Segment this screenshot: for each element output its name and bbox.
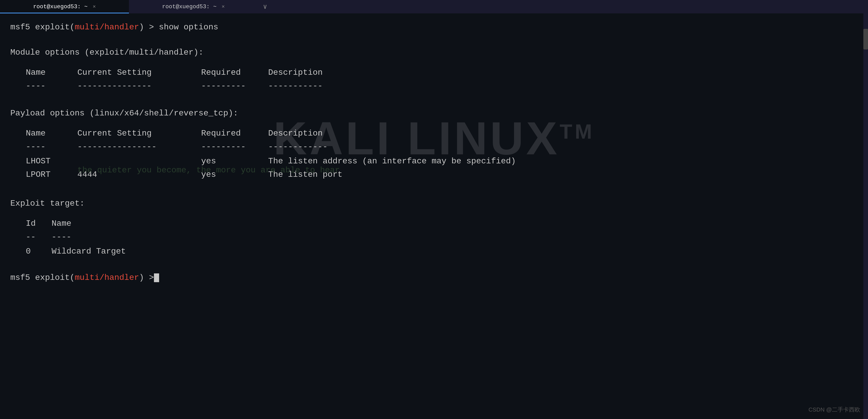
prompt-prefix-1: msf5 exploit(	[10, 21, 75, 33]
module-table-separator: ---- --------------- --------- ---------…	[26, 80, 858, 92]
payload-sep-current: ----------------	[78, 141, 201, 153]
payload-table-header: Name Current Setting Required Descriptio…	[26, 127, 858, 140]
module-options-header: Module options (exploit/multi/handler):	[10, 46, 858, 59]
titlebar: root@xuegod53: ~ × root@xuegod53: ~ × ∨	[0, 0, 868, 13]
module-sep-name: ----	[26, 80, 78, 92]
terminal-content: msf5 exploit(multi/handler) > show optio…	[0, 13, 868, 419]
lhost-desc: The listen address (an interface may be …	[268, 155, 858, 167]
payload-col-current-header: Current Setting	[78, 127, 201, 140]
exploit-col-id-header: Id	[26, 218, 52, 230]
scrollbar[interactable]	[863, 13, 868, 419]
cursor	[154, 273, 159, 282]
payload-row-lport: LPORT 4444 yes The listen port	[26, 168, 858, 181]
payload-table-separator: ---- ---------------- --------- --------…	[26, 141, 858, 153]
lport-name: LPORT	[26, 168, 78, 181]
prompt-exploit-1: multi/handler	[75, 21, 139, 33]
payload-table: Name Current Setting Required Descriptio…	[26, 127, 858, 181]
payload-sep-required: ---------	[201, 141, 268, 153]
lport-required: yes	[201, 168, 268, 181]
module-col-desc-header: Description	[268, 66, 858, 79]
lhost-name: LHOST	[26, 155, 78, 167]
module-table: Name Current Setting Required Descriptio…	[26, 66, 858, 92]
module-table-header: Name Current Setting Required Descriptio…	[26, 66, 858, 79]
tab-1-close[interactable]: ×	[93, 4, 96, 10]
prompt-exploit-2: multi/handler	[75, 271, 139, 284]
scrollbar-thumb[interactable]	[863, 29, 868, 50]
exploit-sep-id: --	[26, 231, 52, 243]
module-col-required-header: Required	[201, 66, 268, 79]
exploit-target-header: Exploit target:	[10, 197, 858, 210]
exploit-name-0: Wildcard Target	[52, 245, 858, 258]
prompt-suffix-1: ) > show options	[139, 21, 218, 33]
tab-2-close[interactable]: ×	[222, 4, 225, 10]
module-sep-desc: -----------	[268, 80, 858, 92]
exploit-col-name-header: Name	[52, 218, 858, 230]
lhost-required: yes	[201, 155, 268, 167]
exploit-target-table: Id Name -- ---- 0 Wildcard Target	[26, 218, 858, 258]
command-line: msf5 exploit(multi/handler) > show optio…	[10, 21, 858, 33]
module-sep-required: ---------	[201, 80, 268, 92]
payload-row-lhost: LHOST yes The listen address (an interfa…	[26, 155, 858, 167]
payload-sep-name: ----	[26, 141, 78, 153]
payload-options-header: Payload options (linux/x64/shell/reverse…	[10, 107, 858, 120]
payload-col-required-header: Required	[201, 127, 268, 140]
lport-current: 4444	[78, 168, 201, 181]
exploit-sep-name: ----	[52, 231, 858, 243]
lport-desc: The listen port	[268, 168, 858, 181]
tab-2-label: root@xuegod53: ~	[162, 4, 216, 10]
tab-1-label: root@xuegod53: ~	[33, 4, 87, 10]
payload-col-name-header: Name	[26, 127, 78, 140]
final-prompt-line[interactable]: msf5 exploit(multi/handler) >	[10, 271, 858, 284]
exploit-row-0: 0 Wildcard Target	[26, 245, 858, 258]
module-col-current-header: Current Setting	[78, 66, 201, 79]
exploit-table-header: Id Name	[26, 218, 858, 230]
prompt-prefix-2: msf5 exploit(	[10, 271, 75, 284]
module-sep-current: ---------------	[78, 80, 201, 92]
tab-2[interactable]: root@xuegod53: ~ ×	[129, 0, 258, 13]
exploit-table-separator: -- ----	[26, 231, 858, 243]
exploit-id-0: 0	[26, 245, 52, 258]
module-col-name-header: Name	[26, 66, 78, 79]
prompt-suffix-2: ) >	[139, 271, 154, 284]
new-tab-button[interactable]: ∨	[258, 3, 272, 11]
csdn-credit: CSDN @二手卡西欧	[808, 405, 860, 414]
lhost-current	[78, 155, 201, 167]
payload-sep-desc: ------------	[268, 141, 858, 153]
tab-1[interactable]: root@xuegod53: ~ ×	[0, 0, 129, 13]
payload-col-desc-header: Description	[268, 127, 858, 140]
